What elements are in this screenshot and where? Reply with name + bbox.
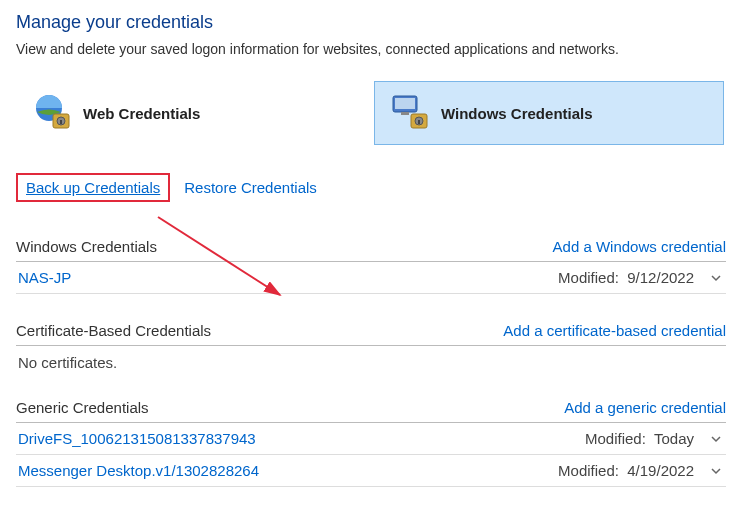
backup-credentials-link[interactable]: Back up Credentials bbox=[26, 179, 160, 196]
svg-rect-6 bbox=[401, 112, 409, 115]
chevron-down-icon[interactable] bbox=[708, 463, 724, 479]
tab-web-credentials[interactable]: Web Credentials bbox=[16, 81, 366, 145]
modified-label: Modified: Today bbox=[585, 430, 694, 447]
credential-row[interactable]: DriveFS_100621315081337837943 Modified: … bbox=[16, 423, 726, 455]
svg-rect-9 bbox=[418, 120, 420, 124]
section-title: Certificate-Based Credentials bbox=[16, 322, 211, 339]
section-cert-credentials: Certificate-Based Credentials Add a cert… bbox=[16, 316, 726, 371]
section-title: Windows Credentials bbox=[16, 238, 157, 255]
credential-row[interactable]: Messenger Desktop.v1/1302828264 Modified… bbox=[16, 455, 726, 487]
action-links: Back up Credentials Restore Credentials bbox=[16, 173, 726, 202]
credential-tabs: Web Credentials Windows Credentials bbox=[16, 81, 726, 145]
credential-name[interactable]: DriveFS_100621315081337837943 bbox=[18, 430, 256, 447]
page-title: Manage your credentials bbox=[16, 12, 726, 33]
computer-safe-icon bbox=[389, 92, 431, 134]
svg-rect-5 bbox=[395, 98, 415, 109]
tab-windows-credentials[interactable]: Windows Credentials bbox=[374, 81, 724, 145]
modified-label: Modified: 4/19/2022 bbox=[558, 462, 694, 479]
empty-message: No certificates. bbox=[16, 346, 726, 371]
annotation-box: Back up Credentials bbox=[16, 173, 170, 202]
chevron-down-icon[interactable] bbox=[708, 270, 724, 286]
page-description: View and delete your saved logon informa… bbox=[16, 41, 726, 57]
section-windows-credentials: Windows Credentials Add a Windows creden… bbox=[16, 232, 726, 294]
add-cert-credential-link[interactable]: Add a certificate-based credential bbox=[503, 322, 726, 339]
credential-name[interactable]: NAS-JP bbox=[18, 269, 71, 286]
modified-label: Modified: 9/12/2022 bbox=[558, 269, 694, 286]
section-title: Generic Credentials bbox=[16, 399, 149, 416]
add-windows-credential-link[interactable]: Add a Windows credential bbox=[553, 238, 726, 255]
add-generic-credential-link[interactable]: Add a generic credential bbox=[564, 399, 726, 416]
credential-name[interactable]: Messenger Desktop.v1/1302828264 bbox=[18, 462, 259, 479]
tab-label: Windows Credentials bbox=[441, 105, 593, 122]
svg-rect-3 bbox=[60, 120, 62, 124]
credential-row[interactable]: NAS-JP Modified: 9/12/2022 bbox=[16, 262, 726, 294]
restore-credentials-link[interactable]: Restore Credentials bbox=[184, 179, 317, 196]
section-generic-credentials: Generic Credentials Add a generic creden… bbox=[16, 393, 726, 487]
globe-safe-icon bbox=[31, 92, 73, 134]
tab-label: Web Credentials bbox=[83, 105, 200, 122]
chevron-down-icon[interactable] bbox=[708, 431, 724, 447]
